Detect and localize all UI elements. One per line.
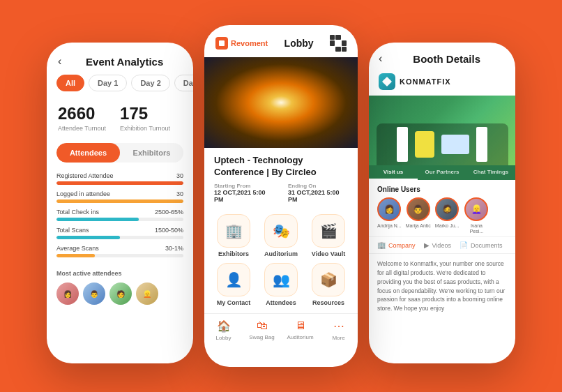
back-button[interactable]: ‹ [58,55,61,68]
metric-value: 30 [176,190,183,197]
lobby-nav-label: Lobby [216,335,231,341]
qr-cell [335,40,340,45]
lobby-header: Revoment Lobby [204,25,358,57]
stats-row: 2660 Attendee Turnout 175 Exhibition Tur… [47,98,193,137]
diamond-shape [382,77,392,86]
filter-tabs: All Day 1 Day 2 Da... [47,75,193,98]
phone-lobby: Revoment Lobby Uptech - Technology Confe… [204,25,358,367]
metric-value: 2500-65% [155,209,183,216]
nav-auditorium[interactable]: 🖥 Auditorium [281,319,319,341]
online-user-1: 👩 Andrija N... [377,197,402,234]
event-dates: Starting From 12 OCT,2021 5:00 PM Ending… [214,183,348,203]
exhibitors-label: Exhibitors [218,250,249,257]
content-tab-videos[interactable]: ▶ Videos [424,241,451,249]
metric-label: Registered Attendee [56,172,114,179]
icon-attendees[interactable]: 👥 Attendees [260,263,302,306]
filter-tab-day2[interactable]: Day 2 [131,75,169,91]
company-name: KONMATFIX [400,77,451,86]
more-nav-label: More [332,335,344,341]
scene: ‹ Event Analytics All Day 1 Day 2 Da... … [0,0,562,392]
exhibitors-icon-box: 🏢 [217,214,250,248]
icon-videovault[interactable]: 🎬 Video Vault [307,214,349,257]
icon-exhibitors[interactable]: 🏢 Exhibitors [213,214,255,257]
online-name-1: Andrija N... [377,223,402,229]
booth-tabs: Visit us Our Partners Chat Timings [369,165,515,180]
nav-more[interactable]: ⋯ More [319,319,358,341]
brand-icon-inner [219,40,225,46]
filter-tab-day1[interactable]: Day 1 [89,75,127,91]
metric-label: Logged in attendee [56,190,110,197]
analytics-title: Event Analytics [67,56,182,68]
active-section-label: Most active attendees [47,267,193,280]
booth-tab-partners[interactable]: Our Partners [418,165,466,180]
online-name-3: Marko Ju... [435,223,460,229]
videos-tab-icon: ▶ [424,241,430,249]
company-tab-icon: 🏢 [377,241,386,249]
stat-number-exhibition: 175 [120,104,170,123]
booth-tab-chattimings[interactable]: Chat Timings [466,165,515,180]
nav-swagbag[interactable]: 🛍 Swag Bag [243,319,281,341]
booth-banner-right [476,127,487,162]
company-tab-label: Company [388,242,416,249]
content-tab-company[interactable]: 🏢 Company [377,241,416,249]
filter-tab-all[interactable]: All [56,75,84,91]
online-user-4: 👱‍♀️ Ivana Pesi... [463,197,489,234]
metric-checkins: Total Check ins 2500-65% [56,209,183,221]
online-section: Online Users 👩 Andrija N... 👨 Marija Ant… [369,180,515,236]
lobby-nav: 🏠 Lobby 🛍 Swag Bag 🖥 Auditorium ⋯ More [204,313,358,344]
documents-tab-label: Documents [471,242,503,249]
stat-attendee-turnout: 2660 Attendee Turnout [58,104,106,132]
metric-value: 1500-50% [155,227,183,234]
qr-cell [335,35,340,40]
end-date-block: Ending On 31 OCT,2021 5:00 PM [288,183,348,203]
swagbag-nav-icon: 🛍 [257,319,268,332]
icon-mycontact[interactable]: 👤 My Contact [213,263,255,306]
end-date: 31 OCT,2021 5:00 PM [288,189,348,203]
metric-avgscans: Average Scans 30-1% [56,245,183,257]
nav-lobby[interactable]: 🏠 Lobby [204,319,243,341]
content-tab-documents[interactable]: 📄 Documents [460,241,503,249]
booth-description: Welcome to Konmatfix, your number one so… [369,254,515,319]
hero-rays [204,57,358,148]
videovault-icon-box: 🎬 [312,214,345,248]
videovault-label: Video Vault [312,250,345,257]
online-label: Online Users [377,186,507,193]
qr-icon[interactable] [330,35,347,52]
online-name-4: Ivana Pesi... [463,223,489,234]
toggle-exhibitors[interactable]: Exhibitors [120,143,183,163]
qr-cell [335,47,340,52]
online-avatars: 👩 Andrija N... 👨 Marija Antic 🧔 Marko Ju… [377,197,507,234]
qr-cell [330,47,335,52]
metric-label: Average Scans [56,245,99,252]
auditorium-nav-icon: 🖥 [295,319,306,332]
phone-analytics: ‹ Event Analytics All Day 1 Day 2 Da... … [47,43,193,363]
brand: Revoment [215,37,268,50]
avatar-4: 👱 [136,282,158,305]
booth-image [369,96,515,165]
booth-header: ‹ Booth Details [369,43,515,70]
booth-display [415,131,434,158]
icon-grid: 🏢 Exhibitors 🎭 Auditorium 🎬 Video Vault … [204,207,358,313]
online-name-2: Marija Antic [406,223,431,229]
company-logo-icon [379,73,395,90]
auditorium-nav-label: Auditorium [287,334,313,340]
booth-banner-left [397,127,408,162]
qr-cell [342,47,347,52]
icon-auditorium[interactable]: 🎭 Auditorium [260,214,302,257]
booth-screen [441,135,469,154]
metric-value: 30-1% [165,245,183,252]
documents-tab-icon: 📄 [460,241,468,249]
icon-resources[interactable]: 📦 Resources [307,263,349,306]
metric-registered: Registered Attendee 30 [56,172,183,185]
booth-tab-visitus[interactable]: Visit us [369,165,418,180]
metric-label: Total Scans [56,227,89,234]
toggle-attendees[interactable]: Attendees [56,143,120,163]
metrics-list: Registered Attendee 30 Logged in attende… [47,168,193,267]
filter-tab-more[interactable]: Da... [174,75,193,91]
stat-number-attendee: 2660 [58,104,106,123]
stat-exhibition-turnout: 175 Exhibition Turnout [120,104,170,132]
metric-label: Total Check ins [56,209,99,216]
booth-stage [377,123,508,165]
booth-back-button[interactable]: ‹ [379,52,382,65]
qr-cell [330,40,335,45]
